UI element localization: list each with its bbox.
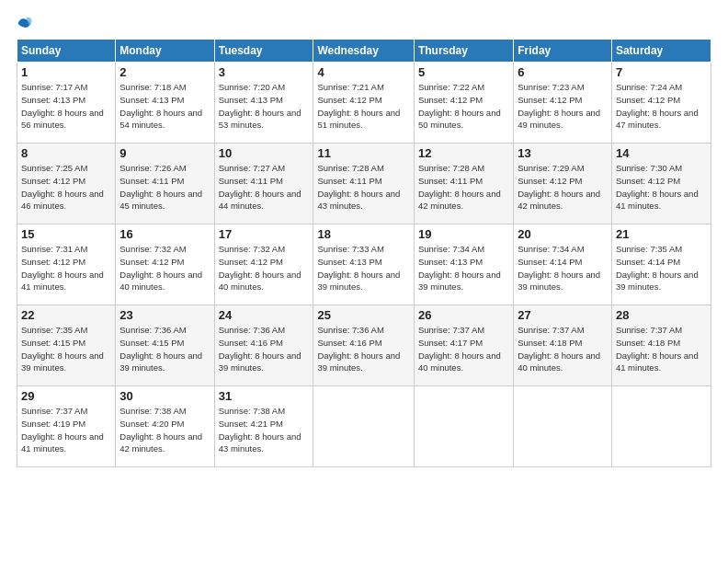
calendar-cell: 23Sunrise: 7:36 AMSunset: 4:15 PMDayligh… [116, 305, 214, 386]
day-number: 19 [418, 227, 509, 241]
day-info: Sunrise: 7:35 AMSunset: 4:15 PMDaylight:… [21, 324, 111, 374]
day-info: Sunrise: 7:38 AMSunset: 4:21 PMDaylight:… [219, 405, 310, 455]
calendar-table: SundayMondayTuesdayWednesdayThursdayFrid… [17, 39, 711, 467]
day-number: 1 [21, 65, 111, 79]
day-info: Sunrise: 7:30 AMSunset: 4:12 PMDaylight:… [616, 162, 707, 213]
day-info: Sunrise: 7:34 AMSunset: 4:14 PMDaylight:… [518, 243, 608, 293]
calendar-cell: 1Sunrise: 7:17 AMSunset: 4:13 PMDaylight… [17, 63, 116, 144]
calendar-cell: 28Sunrise: 7:37 AMSunset: 4:18 PMDayligh… [611, 305, 711, 386]
logo-area [17, 15, 37, 31]
calendar-cell: 9Sunrise: 7:26 AMSunset: 4:11 PMDaylight… [116, 144, 214, 224]
day-number: 3 [219, 65, 310, 79]
calendar-cell [611, 386, 711, 467]
day-number: 9 [119, 146, 210, 160]
day-info: Sunrise: 7:29 AMSunset: 4:12 PMDaylight:… [518, 162, 608, 213]
calendar-body: 1Sunrise: 7:17 AMSunset: 4:13 PMDaylight… [17, 63, 711, 467]
day-header-saturday: Saturday [611, 40, 711, 63]
day-number: 7 [616, 65, 707, 79]
day-info: Sunrise: 7:21 AMSunset: 4:12 PMDaylight:… [317, 81, 409, 132]
calendar-cell: 30Sunrise: 7:38 AMSunset: 4:20 PMDayligh… [116, 386, 214, 467]
day-header-thursday: Thursday [414, 40, 513, 63]
day-number: 24 [219, 308, 310, 322]
day-info: Sunrise: 7:37 AMSunset: 4:18 PMDaylight:… [518, 324, 608, 374]
calendar-cell: 11Sunrise: 7:28 AMSunset: 4:11 PMDayligh… [313, 144, 414, 224]
calendar-cell [514, 386, 612, 467]
day-info: Sunrise: 7:38 AMSunset: 4:20 PMDaylight:… [119, 405, 210, 455]
day-number: 28 [616, 308, 707, 322]
day-number: 11 [317, 146, 409, 160]
day-info: Sunrise: 7:28 AMSunset: 4:11 PMDaylight:… [418, 162, 509, 213]
calendar-cell: 21Sunrise: 7:35 AMSunset: 4:14 PMDayligh… [611, 224, 711, 305]
day-info: Sunrise: 7:22 AMSunset: 4:12 PMDaylight:… [418, 81, 509, 132]
calendar-cell: 17Sunrise: 7:32 AMSunset: 4:12 PMDayligh… [214, 224, 313, 305]
day-header-tuesday: Tuesday [214, 40, 313, 63]
calendar-cell: 10Sunrise: 7:27 AMSunset: 4:11 PMDayligh… [214, 144, 313, 224]
calendar-cell: 8Sunrise: 7:25 AMSunset: 4:12 PMDaylight… [17, 144, 116, 224]
logo-icon [17, 15, 33, 31]
day-number: 21 [616, 227, 707, 241]
calendar-cell [414, 386, 513, 467]
day-number: 15 [21, 227, 111, 241]
calendar-cell: 29Sunrise: 7:37 AMSunset: 4:19 PMDayligh… [17, 386, 116, 467]
calendar-cell: 5Sunrise: 7:22 AMSunset: 4:12 PMDaylight… [414, 63, 513, 144]
day-info: Sunrise: 7:26 AMSunset: 4:11 PMDaylight:… [119, 162, 210, 213]
day-info: Sunrise: 7:18 AMSunset: 4:13 PMDaylight:… [119, 81, 210, 132]
day-info: Sunrise: 7:31 AMSunset: 4:12 PMDaylight:… [21, 243, 111, 293]
calendar-week-5: 29Sunrise: 7:37 AMSunset: 4:19 PMDayligh… [17, 386, 711, 467]
calendar-week-4: 22Sunrise: 7:35 AMSunset: 4:15 PMDayligh… [17, 305, 711, 386]
calendar-week-1: 1Sunrise: 7:17 AMSunset: 4:13 PMDaylight… [17, 63, 711, 144]
day-number: 27 [518, 308, 608, 322]
day-info: Sunrise: 7:37 AMSunset: 4:19 PMDaylight:… [21, 405, 111, 455]
day-info: Sunrise: 7:23 AMSunset: 4:12 PMDaylight:… [518, 81, 608, 132]
header [17, 15, 711, 31]
day-number: 14 [616, 146, 707, 160]
day-info: Sunrise: 7:37 AMSunset: 4:17 PMDaylight:… [418, 324, 509, 374]
day-header-friday: Friday [514, 40, 612, 63]
day-number: 18 [317, 227, 409, 241]
calendar-cell: 15Sunrise: 7:31 AMSunset: 4:12 PMDayligh… [17, 224, 116, 305]
day-number: 31 [219, 389, 310, 403]
calendar-cell: 3Sunrise: 7:20 AMSunset: 4:13 PMDaylight… [214, 63, 313, 144]
calendar-cell: 26Sunrise: 7:37 AMSunset: 4:17 PMDayligh… [414, 305, 513, 386]
day-info: Sunrise: 7:17 AMSunset: 4:13 PMDaylight:… [21, 81, 111, 132]
day-info: Sunrise: 7:24 AMSunset: 4:12 PMDaylight:… [616, 81, 707, 132]
day-info: Sunrise: 7:27 AMSunset: 4:11 PMDaylight:… [219, 162, 310, 213]
day-info: Sunrise: 7:32 AMSunset: 4:12 PMDaylight:… [119, 243, 210, 293]
day-number: 6 [518, 65, 608, 79]
calendar-cell: 20Sunrise: 7:34 AMSunset: 4:14 PMDayligh… [514, 224, 612, 305]
calendar-cell [313, 386, 414, 467]
day-number: 16 [119, 227, 210, 241]
day-number: 26 [418, 308, 509, 322]
calendar-cell: 22Sunrise: 7:35 AMSunset: 4:15 PMDayligh… [17, 305, 116, 386]
day-info: Sunrise: 7:35 AMSunset: 4:14 PMDaylight:… [616, 243, 707, 293]
calendar-cell: 24Sunrise: 7:36 AMSunset: 4:16 PMDayligh… [214, 305, 313, 386]
page: SundayMondayTuesdayWednesdayThursdayFrid… [0, 0, 728, 563]
day-number: 23 [119, 308, 210, 322]
day-info: Sunrise: 7:32 AMSunset: 4:12 PMDaylight:… [219, 243, 310, 293]
calendar-cell: 16Sunrise: 7:32 AMSunset: 4:12 PMDayligh… [116, 224, 214, 305]
calendar-cell: 18Sunrise: 7:33 AMSunset: 4:13 PMDayligh… [313, 224, 414, 305]
day-info: Sunrise: 7:34 AMSunset: 4:13 PMDaylight:… [418, 243, 509, 293]
calendar-cell: 19Sunrise: 7:34 AMSunset: 4:13 PMDayligh… [414, 224, 513, 305]
calendar-cell: 27Sunrise: 7:37 AMSunset: 4:18 PMDayligh… [514, 305, 612, 386]
calendar-cell: 4Sunrise: 7:21 AMSunset: 4:12 PMDaylight… [313, 63, 414, 144]
day-number: 17 [219, 227, 310, 241]
day-number: 20 [518, 227, 608, 241]
day-number: 12 [418, 146, 509, 160]
day-header-monday: Monday [116, 40, 214, 63]
day-header-wednesday: Wednesday [313, 40, 414, 63]
logo [17, 15, 37, 31]
day-number: 5 [418, 65, 509, 79]
day-info: Sunrise: 7:36 AMSunset: 4:16 PMDaylight:… [219, 324, 310, 374]
day-info: Sunrise: 7:20 AMSunset: 4:13 PMDaylight:… [219, 81, 310, 132]
day-info: Sunrise: 7:25 AMSunset: 4:12 PMDaylight:… [21, 162, 111, 213]
day-number: 10 [219, 146, 310, 160]
day-info: Sunrise: 7:37 AMSunset: 4:18 PMDaylight:… [616, 324, 707, 374]
day-number: 29 [21, 389, 111, 403]
calendar-cell: 12Sunrise: 7:28 AMSunset: 4:11 PMDayligh… [414, 144, 513, 224]
calendar-cell: 13Sunrise: 7:29 AMSunset: 4:12 PMDayligh… [514, 144, 612, 224]
day-number: 4 [317, 65, 409, 79]
day-number: 30 [119, 389, 210, 403]
calendar-header: SundayMondayTuesdayWednesdayThursdayFrid… [17, 40, 711, 63]
day-info: Sunrise: 7:28 AMSunset: 4:11 PMDaylight:… [317, 162, 409, 213]
